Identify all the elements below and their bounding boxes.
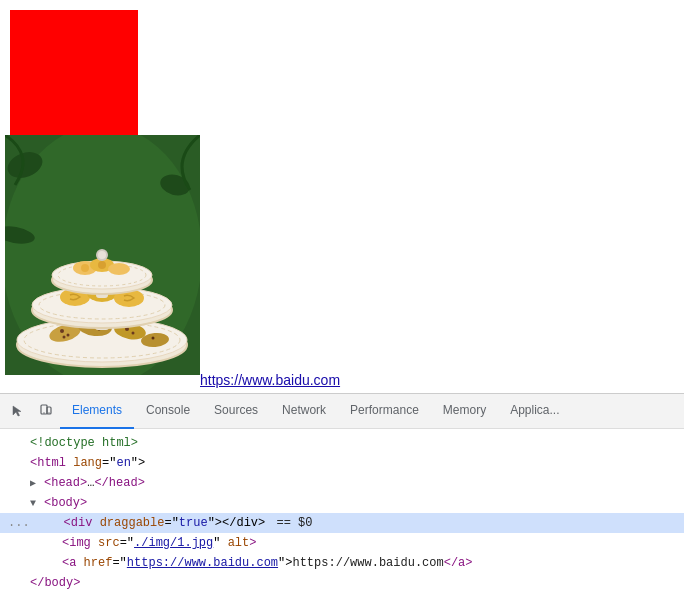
svg-point-9 [60,329,64,333]
red-box [10,10,138,138]
svg-point-35 [108,263,130,275]
devtools-toolbar: Elements Console Sources Network Perform… [0,394,684,429]
tab-memory[interactable]: Memory [431,394,498,429]
svg-point-11 [63,336,66,339]
cursor-icon-button[interactable] [4,397,32,425]
dom-line-body[interactable]: ▼ <body> [0,493,684,513]
dom-line-doctype[interactable]: <!doctype html> [0,433,684,453]
baidu-link[interactable]: https://www.baidu.com [200,372,340,388]
devtools-tabs: Elements Console Sources Network Perform… [60,394,680,429]
dom-line-html[interactable]: <html lang =" en "> [0,453,684,473]
doctype-text: <!doctype html> [30,436,138,450]
svg-point-19 [152,337,155,340]
tab-sources[interactable]: Sources [202,394,270,429]
tab-elements[interactable]: Elements [60,394,134,429]
dom-line-img[interactable]: <img src =" ./img/1.jpg " alt > [0,533,684,553]
cookie-image [5,135,200,375]
svg-point-41 [48,412,49,413]
dom-line-anchor[interactable]: <a href =" https://www.baidu.com "> http… [0,553,684,573]
svg-point-10 [67,334,70,337]
tab-performance[interactable]: Performance [338,394,431,429]
svg-point-34 [98,261,106,269]
svg-point-37 [98,251,106,259]
svg-point-32 [81,264,89,272]
dom-line-div[interactable]: ... <div draggable =" true "></div> == $… [0,513,684,533]
device-toolbar-button[interactable] [32,397,60,425]
page-content: https://www.baidu.com [0,0,684,393]
tab-network[interactable]: Network [270,394,338,429]
svg-point-17 [132,332,135,335]
svg-point-40 [43,412,44,413]
devtools-content: <!doctype html> <html lang =" en "> ▶ <h… [0,429,684,593]
tab-application[interactable]: Applica... [498,394,571,429]
dom-line-body-close[interactable]: </body> [0,573,684,593]
tab-console[interactable]: Console [134,394,202,429]
dom-line-head[interactable]: ▶ <head> … </head> [0,473,684,493]
devtools-panel: Elements Console Sources Network Perform… [0,393,684,593]
